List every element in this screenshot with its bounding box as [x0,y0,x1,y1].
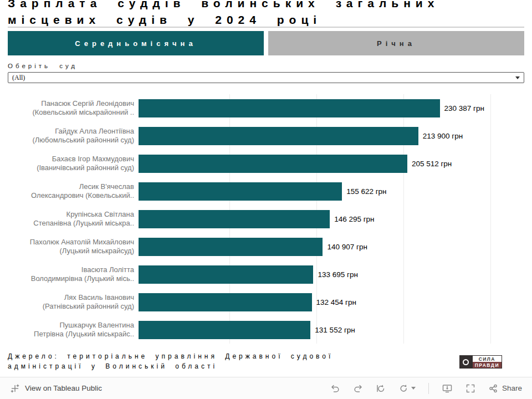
bar-zone: 155 622 грн [139,182,524,201]
chart-rows: Панасюк Сергій Леонідович (Ковельський м… [8,94,524,344]
court-filter-select[interactable]: (All) [8,72,524,83]
bar-zone: 131 552 грн [139,321,524,339]
sila-pravdy-ring-icon [459,355,473,369]
bar-zone: 213 900 грн [139,127,524,145]
salary-value-label: 205 512 грн [412,160,452,168]
source-line-1: Джерело: територіальне управління Держав… [8,351,524,361]
chart-row: Гайдук Алла Леонтіївна (Любомльський рай… [8,122,524,150]
logo-line-1: СИЛА [473,356,502,362]
salary-bar[interactable] [139,210,330,228]
bar-zone: 133 695 грн [139,265,524,284]
judge-court: Петрівна (Луцький міськрайс.. [8,330,134,339]
period-tabs: Середньомісячна Річна [8,31,524,55]
chart-row: Пахолюк Анатолій Михайлович (Луцький міс… [8,233,524,260]
salary-bar-chart: Панасюк Сергій Леонідович (Ковельський м… [8,94,524,344]
tableau-dashboard: Зарплата суддів волинських загальних міс… [0,0,532,399]
bar-zone: 132 454 грн [139,293,524,311]
sila-pravdy-logo[interactable]: СИЛА ПРАВДИ [459,355,502,369]
refresh-icon[interactable] [398,383,408,393]
caret-down-icon[interactable] [411,387,416,390]
salary-value-label: 140 907 грн [327,243,367,251]
title-line-1: Зарплата суддів волинських загальних [8,0,524,12]
judge-label[interactable]: Гайдук Алла Леонтіївна (Любомльський рай… [8,127,139,145]
download-icon[interactable] [442,383,453,393]
salary-bar[interactable] [139,99,440,117]
salary-bar[interactable] [139,127,418,145]
reset-icon[interactable] [376,383,386,393]
judge-name: Лях Василь Іванович [8,293,134,302]
salary-bar[interactable] [139,265,313,284]
bar-zone: 230 387 грн [139,99,524,117]
salary-value-label: 133 695 грн [318,270,357,279]
salary-bar[interactable] [139,182,342,201]
tableau-toolbar: View on Tableau Public [0,377,532,399]
data-source-note: Джерело: територіальне управління Держав… [8,351,524,371]
share-icon [488,383,498,393]
judge-name: Пахолюк Анатолій Михайлович [8,238,134,247]
chart-row: Івасюта Лолітта Володимирівна (Луцький м… [8,260,524,288]
chart-row: Крупінська Світлана Степанівна (Луцький … [8,205,524,233]
judge-name: Бахаєв Ігор Махмудович [8,155,134,163]
title-line-2: місцевих судів у 2024 році [8,12,524,28]
logo-line-2: ПРАВДИ [473,362,502,368]
judge-court: (Ратнівський районний суд) [8,302,134,311]
judge-name: Івасюта Лолітта [8,265,134,274]
judge-label[interactable]: Лях Василь Іванович (Ратнівський районни… [8,293,139,311]
judge-name: Пушкарчук Валентина [8,321,134,330]
judge-court: Володимирівна (Луцький місь.. [8,274,134,283]
toolbar-divider [428,383,429,394]
judge-court: (Луцький міськрайсуд) [8,247,134,255]
sila-pravdy-wordmark: СИЛА ПРАВДИ [473,355,502,369]
share-button[interactable]: Share [488,383,522,393]
tab-monthly[interactable]: Середньомісячна [8,31,264,55]
salary-value-label: 155 622 грн [346,187,386,196]
salary-value-label: 213 900 грн [423,132,463,140]
judge-label[interactable]: Панасюк Сергій Леонідович (Ковельський м… [8,99,139,117]
judge-label[interactable]: Бахаєв Ігор Махмудович (Іваничівський ра… [8,155,139,172]
bar-zone: 140 907 грн [139,238,524,256]
chart-row: Панасюк Сергій Леонідович (Ковельський м… [8,94,524,122]
chart-row: Пушкарчук Валентина Петрівна (Луцький мі… [8,316,524,344]
salary-bar[interactable] [139,155,407,173]
judge-court: Олександрович (Ковельський.. [8,191,134,200]
redo-icon[interactable] [353,383,363,393]
salary-bar[interactable] [139,293,312,311]
salary-value-label: 131 552 грн [315,326,355,334]
share-label: Share [502,384,522,392]
salary-bar[interactable] [139,238,323,256]
salary-value-label: 230 387 грн [444,104,484,112]
chevron-down-icon [515,76,520,79]
court-filter-value: (All) [12,74,25,82]
judge-label[interactable]: Івасюта Лолітта Володимирівна (Луцький м… [8,265,139,283]
view-on-tableau-link[interactable]: View on Tableau Public [10,383,102,393]
judge-name: Крупінська Світлана [8,210,134,219]
judge-label[interactable]: Пахолюк Анатолій Михайлович (Луцький міс… [8,238,139,255]
source-line-2: адміністрації у Волинській області [8,361,524,371]
fullscreen-icon[interactable] [466,383,475,393]
salary-value-label: 146 295 грн [334,215,374,223]
bar-zone: 205 512 грн [139,155,524,173]
bar-zone: 146 295 грн [139,210,524,228]
judge-name: Панасюк Сергій Леонідович [8,99,134,108]
toolbar-actions: Share [330,383,522,394]
judge-court: Степанівна (Луцький міськра.. [8,219,134,228]
chart-row: Бахаєв Ігор Махмудович (Іваничівський ра… [8,150,524,177]
chart-row: Лях Василь Іванович (Ратнівський районни… [8,288,524,316]
undo-icon[interactable] [330,383,340,393]
court-filter-label: Оберіть суд [8,63,524,69]
dashboard-title: Зарплата суддів волинських загальних міс… [8,0,524,28]
chart-row: Лесик В'ячеслав Олександрович (Ковельськ… [8,177,524,205]
salary-value-label: 132 454 грн [316,298,356,306]
judge-name: Лесик В'ячеслав [8,182,134,191]
judge-label[interactable]: Крупінська Світлана Степанівна (Луцький … [8,210,139,228]
salary-bar[interactable] [139,321,310,339]
tab-yearly[interactable]: Річна [268,31,524,55]
view-on-tableau-label: View on Tableau Public [25,384,102,392]
tableau-logo-icon [10,383,20,393]
judge-court: (Любомльський районний суд) [8,136,134,145]
judge-court: (Іваничівський районний суд) [8,163,134,172]
judge-court: (Ковельський міськрайонний .. [8,108,134,117]
judge-name: Гайдук Алла Леонтіївна [8,127,134,136]
judge-label[interactable]: Лесик В'ячеслав Олександрович (Ковельськ… [8,182,139,200]
judge-label[interactable]: Пушкарчук Валентина Петрівна (Луцький мі… [8,321,139,339]
